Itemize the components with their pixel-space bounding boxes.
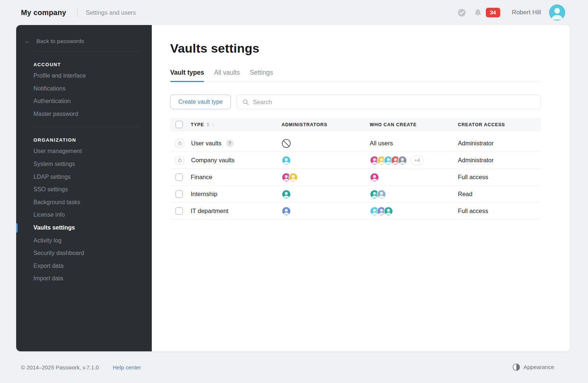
table-header: TYPE 5 ↑ ADMINISTRATORS WHO CAN CREATE C… bbox=[170, 118, 541, 131]
who-can-create-cell bbox=[370, 206, 458, 216]
contrast-icon bbox=[513, 364, 520, 371]
vault-type-name: User vaults bbox=[191, 140, 222, 147]
select-all-checkbox[interactable] bbox=[175, 121, 183, 128]
search-box[interactable] bbox=[237, 95, 541, 109]
table-row-it-department[interactable]: IT departmentFull access bbox=[170, 203, 541, 220]
user-avatar[interactable] bbox=[282, 206, 291, 216]
who-can-create-cell bbox=[370, 189, 458, 199]
help-icon[interactable]: ? bbox=[226, 139, 234, 147]
help-center-link[interactable]: Help center bbox=[113, 364, 141, 370]
row-checkbox[interactable] bbox=[175, 173, 183, 181]
user-avatar[interactable] bbox=[377, 189, 386, 199]
user-avatar[interactable] bbox=[370, 173, 379, 182]
status-check-icon[interactable] bbox=[458, 8, 466, 17]
search-input[interactable] bbox=[253, 99, 535, 106]
main-card: ← Back to passwords ACCOUNTProfile and i… bbox=[16, 25, 570, 351]
copyright-text: © 2014–2025 Passwork, v.7.1.0 bbox=[21, 364, 99, 370]
lock-icon bbox=[175, 139, 184, 148]
type-count: 5 bbox=[207, 122, 209, 127]
user-avatar[interactable] bbox=[288, 173, 298, 182]
administrators-cell bbox=[282, 189, 370, 199]
avatar-stack bbox=[282, 206, 291, 216]
row-checkbox[interactable] bbox=[175, 207, 183, 215]
avatar-stack bbox=[282, 156, 291, 165]
sidebar-item-import-data[interactable]: Import data bbox=[16, 272, 152, 285]
row-checkbox[interactable] bbox=[175, 190, 183, 198]
sidebar-section-title-account: ACCOUNT bbox=[16, 62, 152, 70]
user-avatar[interactable] bbox=[282, 189, 291, 199]
sidebar-item-user-management[interactable]: User management bbox=[16, 145, 152, 158]
toolbar: Create vault type bbox=[170, 95, 541, 109]
header-actions: 34 Robert Hill bbox=[458, 4, 565, 21]
sidebar-divider bbox=[33, 127, 141, 127]
user-avatar[interactable] bbox=[384, 206, 393, 216]
column-who-can-create: WHO CAN CREATE bbox=[370, 122, 458, 127]
sort-arrow-up-icon[interactable]: ↑ bbox=[212, 122, 215, 128]
sidebar-item-master-password[interactable]: Master password bbox=[16, 108, 152, 121]
tab-vault-types[interactable]: Vault types bbox=[170, 69, 204, 82]
table-row-finance[interactable]: FinanceFull access bbox=[170, 169, 541, 186]
page-title: Vaults settings bbox=[170, 41, 541, 56]
lock-icon bbox=[175, 156, 184, 165]
appearance-label: Appearance bbox=[523, 364, 554, 370]
sidebar-item-profile-and-interface[interactable]: Profile and interface bbox=[16, 70, 152, 82]
column-type-label: TYPE bbox=[191, 122, 204, 127]
sidebar-section-title-organization: ORGANIZATION bbox=[16, 137, 152, 145]
sidebar-item-notifications[interactable]: Notifications bbox=[16, 82, 152, 95]
sidebar-item-security-dashboard[interactable]: Security dashboard bbox=[16, 247, 152, 260]
tabs: Vault typesAll vaultsSettings bbox=[170, 69, 541, 82]
sidebar-item-export-data[interactable]: Export data bbox=[16, 260, 152, 273]
notification-count-badge[interactable]: 34 bbox=[486, 8, 500, 17]
user-avatar[interactable] bbox=[398, 156, 407, 165]
type-cell: User vaults? bbox=[170, 139, 282, 148]
sidebar-item-authentication[interactable]: Authentication bbox=[16, 95, 152, 108]
who-can-create-cell: +4 bbox=[370, 156, 458, 165]
table-row-user-vaults[interactable]: User vaults?All usersAdministrator bbox=[170, 135, 541, 152]
sidebar-item-activity-log[interactable]: Activity log bbox=[16, 234, 152, 247]
avatar-stack bbox=[370, 189, 386, 199]
avatar-stack bbox=[282, 173, 298, 182]
column-type: TYPE 5 ↑ bbox=[170, 121, 282, 128]
column-creator-access: CREATOR ACCESS bbox=[458, 122, 541, 127]
administrators-cell bbox=[282, 139, 370, 148]
sidebar-item-vaults-settings[interactable]: Vaults settings bbox=[16, 221, 152, 234]
user-avatar[interactable] bbox=[282, 156, 291, 165]
type-cell: Finance bbox=[170, 173, 282, 181]
top-bar: My company Settings and users 34 Robert … bbox=[0, 0, 588, 25]
sidebar-sections: ACCOUNTProfile and interfaceNotification… bbox=[16, 51, 152, 285]
sidebar-item-license-info[interactable]: License info bbox=[16, 209, 152, 221]
who-can-create-cell bbox=[370, 173, 458, 182]
appearance-toggle[interactable]: Appearance bbox=[513, 364, 554, 371]
administrators-cell bbox=[282, 206, 370, 216]
more-users-pill[interactable]: +4 bbox=[410, 156, 424, 165]
administrators-cell bbox=[282, 173, 370, 182]
type-cell: Company vaults bbox=[170, 156, 282, 165]
settings-sidebar: ← Back to passwords ACCOUNTProfile and i… bbox=[16, 25, 152, 351]
user-name[interactable]: Robert Hill bbox=[512, 9, 541, 16]
sidebar-divider bbox=[33, 51, 141, 52]
bell-icon[interactable] bbox=[474, 8, 483, 17]
column-administrators: ADMINISTRATORS bbox=[282, 122, 370, 127]
table-body: User vaults?All usersAdministratorCompan… bbox=[170, 135, 541, 220]
search-icon bbox=[242, 99, 249, 106]
tab-settings[interactable]: Settings bbox=[250, 69, 273, 82]
tab-all-vaults[interactable]: All vaults bbox=[214, 69, 240, 82]
table-row-internship[interactable]: InternshipRead bbox=[170, 186, 541, 203]
create-vault-type-button[interactable]: Create vault type bbox=[170, 95, 231, 109]
back-label: Back to passwords bbox=[36, 38, 84, 45]
sidebar-item-system-settings[interactable]: System settings bbox=[16, 158, 152, 171]
administrators-cell bbox=[282, 156, 370, 165]
footer: © 2014–2025 Passwork, v.7.1.0 Help cente… bbox=[0, 351, 588, 383]
avatar-stack bbox=[370, 156, 407, 165]
table-row-company-vaults[interactable]: Company vaults+4Administrator bbox=[170, 152, 541, 169]
sidebar-item-background-tasks[interactable]: Background tasks bbox=[16, 196, 152, 209]
sidebar-item-sso-settings[interactable]: SSO settings bbox=[16, 183, 152, 196]
sidebar-item-ldap-settings[interactable]: LDAP settings bbox=[16, 171, 152, 184]
creator-access-cell: Administrator bbox=[458, 140, 541, 147]
vault-type-name: Internship bbox=[191, 191, 217, 198]
vault-type-name: IT department bbox=[191, 208, 228, 214]
vault-type-name: Finance bbox=[191, 174, 212, 181]
back-to-passwords-link[interactable]: ← Back to passwords bbox=[16, 38, 152, 45]
user-avatar[interactable] bbox=[549, 4, 565, 21]
no-access-icon bbox=[282, 139, 291, 148]
